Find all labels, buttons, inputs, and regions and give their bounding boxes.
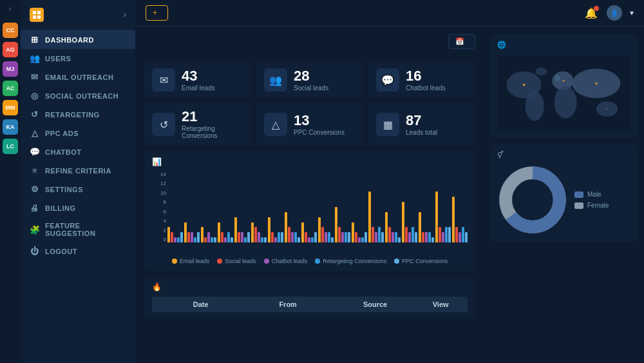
bar-group-13: [385, 212, 401, 242]
avatar-badge-ka[interactable]: KA: [3, 119, 18, 135]
nav-icon: ⚙: [30, 184, 40, 194]
bar-segment: [274, 237, 277, 242]
avatar-strip: ‹ CCAGMJACMMKALC: [0, 0, 21, 363]
bar-segment: [405, 227, 408, 242]
bar-segment: [291, 232, 294, 242]
leads-column-from: From: [244, 300, 331, 308]
bar-segment: [352, 222, 354, 242]
notification-icon[interactable]: 🔔: [585, 7, 598, 19]
nav-item-refine-criteria[interactable]: ≡REFINE CRITERIA: [21, 161, 135, 180]
bar-segment: [171, 232, 173, 242]
bar-segment: [314, 232, 317, 242]
add-user-button[interactable]: +: [146, 5, 168, 21]
bar-segment: [402, 202, 404, 242]
bar-group-0: [167, 227, 183, 242]
bar-segment: [180, 232, 183, 242]
user-menu[interactable]: 👤 ▾: [607, 5, 634, 21]
nav-item-ppc-ads[interactable]: △PPC ADS: [21, 124, 135, 142]
y-axis-label: 12: [160, 181, 166, 186]
avatar-badge-lc[interactable]: LC: [3, 139, 18, 154]
avatar-badge-mm[interactable]: MM: [3, 100, 18, 115]
nav-item-logout[interactable]: ⏻LOGOUT: [21, 242, 135, 260]
stat-number-1: 28: [294, 69, 328, 83]
bar-segment: [264, 237, 267, 242]
bar-segment: [231, 237, 233, 242]
nav-item-dashboard[interactable]: ⊞DASHBOARD: [21, 30, 135, 49]
svg-point-14: [563, 80, 564, 81]
legend-label: Chatbot leads: [272, 258, 308, 264]
bar-segment: [338, 227, 341, 242]
bar-segment: [341, 232, 344, 242]
bar-segment: [459, 232, 461, 242]
bar-segment: [398, 237, 401, 242]
nav-item-settings[interactable]: ⚙SETTINGS: [21, 180, 135, 199]
avatar-badge-ac[interactable]: AC: [3, 81, 18, 96]
nav-item-email-outreach[interactable]: ✉EMAIL OUTREACH: [21, 68, 135, 86]
nav-item-billing[interactable]: 🖨BILLING: [21, 199, 135, 217]
user-avatar: 👤: [607, 5, 622, 21]
donut-chart-svg: [497, 164, 568, 235]
stat-number-4: 13: [294, 113, 345, 128]
bar-segment: [174, 237, 176, 242]
bar-segment: [238, 232, 240, 242]
bar-segment: [412, 227, 414, 242]
nav-item-chatbot[interactable]: 💬CHATBOT: [21, 142, 135, 161]
nav-item-social-outreach[interactable]: ◎SOCIAL OUTREACH: [21, 86, 135, 105]
chart-section: 📊 14121086420 Email leadsSocial leadsCha…: [144, 151, 475, 271]
bar-segment: [268, 217, 270, 242]
stat-info-2: 16 Chatbot leads: [406, 69, 446, 92]
nav-label: DASHBOARD: [45, 36, 94, 44]
bar-segment: [207, 232, 210, 242]
stat-card-1: 👥 28 Social leads: [256, 62, 363, 98]
stat-icon-0: ✉: [152, 68, 175, 92]
bar-group-5: [251, 222, 267, 242]
bar-segment: [365, 232, 367, 242]
nav-label: LOGOUT: [45, 248, 77, 255]
bar-segment: [298, 237, 300, 242]
date-range-badge[interactable]: 📅: [448, 34, 475, 49]
nav-icon: ≡: [30, 166, 40, 175]
bar-group-9: [318, 217, 334, 242]
bar-segment: [285, 212, 287, 242]
bar-segment: [318, 217, 321, 242]
stat-number-3: 21: [182, 110, 243, 124]
nav-item-retargeting[interactable]: ↺RETARGETING: [21, 105, 135, 124]
leads-column-date: Date: [157, 300, 244, 308]
main-area: + 🔔 👤 ▾ 📅: [135, 0, 644, 363]
notification-dot: [594, 6, 599, 11]
stat-icon-5: ▦: [376, 113, 399, 136]
nav-icon: 🧩: [30, 225, 40, 235]
svg-rect-2: [33, 15, 36, 19]
bar-segment: [448, 227, 451, 242]
gender-stats-card: ⚥ MaleFemale: [491, 144, 638, 242]
bar-segment: [422, 232, 424, 242]
bar-segment: [258, 232, 260, 242]
avatar-badge-mj[interactable]: MJ: [3, 61, 18, 77]
y-axis-label: 14: [160, 172, 166, 177]
legend-item: PPC Conversions: [394, 258, 448, 264]
nav-item-users[interactable]: 👥USERS: [21, 49, 135, 68]
bar-segment: [197, 232, 200, 242]
nav-item-feature-suggestion[interactable]: 🧩FEATURE SUGGESTION: [21, 217, 135, 242]
bar-segment: [442, 232, 444, 242]
legend-dot: [315, 259, 320, 264]
nav-icon: ✉: [30, 72, 40, 82]
back-arrow-icon[interactable]: ‹: [9, 5, 11, 12]
stat-card-5: ▦ 87 Leads total: [368, 103, 475, 146]
bar-group-4: [234, 217, 250, 242]
avatar-badge-cc[interactable]: CC: [3, 23, 18, 38]
bar-segment: [331, 237, 334, 242]
world-map-container: [497, 54, 631, 132]
bar-segment: [435, 191, 438, 242]
svg-rect-0: [33, 11, 36, 14]
bar-group-2: [201, 227, 216, 242]
avatar-badge-ag[interactable]: AG: [3, 42, 18, 57]
bar-segment: [439, 227, 441, 242]
stat-card-0: ✉ 43 Email leads: [144, 62, 251, 98]
bar-segment: [247, 232, 250, 242]
bar-segment: [361, 237, 364, 242]
leads-header-row: DateFromSourceView: [152, 297, 468, 312]
bar-segment: [358, 237, 361, 242]
collapse-button[interactable]: ›: [124, 10, 126, 19]
bar-segment: [455, 227, 458, 242]
